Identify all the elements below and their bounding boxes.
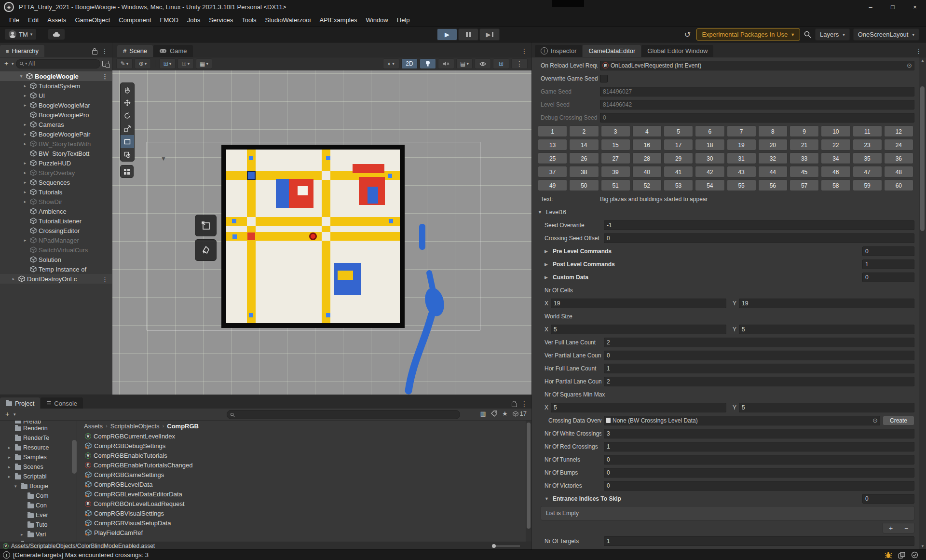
level-button-58[interactable]: 58 xyxy=(821,179,850,191)
level-button-17[interactable]: 17 xyxy=(664,139,693,150)
folder-boogie[interactable]: ▾Boogie xyxy=(0,481,77,491)
level-button-29[interactable]: 29 xyxy=(664,152,693,164)
scroll-down-arrow[interactable]: ▼ xyxy=(919,544,926,548)
level-button-32[interactable]: 32 xyxy=(758,152,788,164)
selection-handle[interactable] xyxy=(326,313,330,317)
count-field-custom-data[interactable]: 0 xyxy=(862,273,914,282)
hierarchy-item-puzzlehud[interactable]: ▸PuzzleHUD xyxy=(0,158,112,168)
selection-handle[interactable] xyxy=(389,219,393,223)
foldout-arrow-icon[interactable]: ▸ xyxy=(22,190,28,194)
asset-label-icon[interactable] xyxy=(491,410,497,417)
folder-renderin[interactable]: Renderin xyxy=(0,423,77,433)
level-button-56[interactable]: 56 xyxy=(758,179,788,191)
count-field-post-level-commands[interactable]: 1 xyxy=(862,260,914,269)
level-button-9[interactable]: 9 xyxy=(790,125,819,137)
kebab-menu-icon[interactable]: ⋮ xyxy=(101,47,108,55)
field-seed-overwrite[interactable]: -1 xyxy=(604,220,914,230)
foldout-arrow-icon[interactable]: ▸ xyxy=(22,103,28,108)
foldout-arrow-icon[interactable]: ▼ xyxy=(538,210,544,215)
level-button-47[interactable]: 47 xyxy=(853,166,882,178)
level-button-12[interactable]: 12 xyxy=(884,125,913,137)
menu-jobs[interactable]: Jobs xyxy=(183,16,204,24)
move-tool-button[interactable] xyxy=(121,96,134,109)
hierarchy-item-switchvirtualcurs[interactable]: SwitchVirtualCurs xyxy=(0,245,112,255)
level-button-16[interactable]: 16 xyxy=(632,139,662,150)
play-button[interactable]: ▶ xyxy=(437,28,457,41)
foldout-arrow-icon[interactable]: ▸ xyxy=(21,532,26,537)
mode-2d-button[interactable]: 2D xyxy=(401,58,418,69)
scene-picker-icon[interactable] xyxy=(102,61,109,67)
files-scrollbar[interactable] xyxy=(526,421,531,542)
level-button-26[interactable]: 26 xyxy=(569,152,599,164)
bug-icon[interactable] xyxy=(885,552,892,559)
level-button-10[interactable]: 10 xyxy=(821,125,850,137)
menu-gameobject[interactable]: GameObject xyxy=(70,16,114,24)
level-button-60[interactable]: 60 xyxy=(884,179,913,191)
level-button-2[interactable]: 2 xyxy=(569,125,599,137)
object-field-on-reload-level-reque[interactable]: EOnLoadLevelRequested (Int Event)⊙ xyxy=(600,61,914,70)
create-button[interactable]: Create xyxy=(883,416,914,425)
menu-studiowaterzooi[interactable]: StudioWaterzooi xyxy=(261,16,315,24)
level-button-13[interactable]: 13 xyxy=(538,139,567,150)
search-icon[interactable] xyxy=(803,30,812,39)
hierarchy-search-input[interactable]: ▾ All xyxy=(16,59,100,68)
foldout-arrow-icon[interactable]: ▼ xyxy=(545,496,550,501)
level-button-39[interactable]: 39 xyxy=(601,166,630,178)
foldout-arrow-icon[interactable]: ▸ xyxy=(22,93,28,98)
scrollbar-thumb[interactable] xyxy=(920,86,925,231)
lighting-toggle-button[interactable] xyxy=(420,58,436,69)
rect-tool-button[interactable] xyxy=(121,135,134,148)
field-nr-of-bumps[interactable]: 0 xyxy=(604,468,914,478)
checkbox-overwrite-game-seed-edi[interactable] xyxy=(600,75,608,82)
foldout-arrow-icon[interactable]: ▶ xyxy=(545,249,550,254)
level-button-28[interactable]: 28 xyxy=(632,152,662,164)
hierarchy-item-boogiewoogiemar[interactable]: ▸BoogieWoogieMar xyxy=(0,100,112,110)
level-button-48[interactable]: 48 xyxy=(884,166,913,178)
field-nr-of-targets[interactable]: 1 xyxy=(604,536,914,546)
foldout-arrow-icon[interactable]: ▸ xyxy=(8,445,13,450)
level-button-35[interactable]: 35 xyxy=(853,152,882,164)
asset-comprgbleveldataeditordata[interactable]: CompRGBLevelDataEditorData xyxy=(78,489,526,499)
foldout-arrow-icon[interactable]: ▸ xyxy=(8,464,13,469)
menu-services[interactable]: Services xyxy=(204,16,237,24)
level-button-50[interactable]: 50 xyxy=(569,179,599,191)
level-button-25[interactable]: 25 xyxy=(538,152,567,164)
project-search-input[interactable] xyxy=(227,410,460,419)
collab-layers-icon[interactable] xyxy=(898,552,905,559)
field-ver-full-lane-count[interactable]: 2 xyxy=(604,338,914,347)
menu-file[interactable]: File xyxy=(5,16,24,24)
foldout-arrow-icon[interactable]: ▸ xyxy=(22,170,28,175)
asset-comprgbonlevelloadrequest[interactable]: ECompRGBOnLevelLoadRequest xyxy=(78,499,526,508)
menu-help[interactable]: Help xyxy=(393,16,414,24)
foldout-arrow-icon[interactable]: ▸ xyxy=(8,474,13,479)
level-button-6[interactable]: 6 xyxy=(695,125,724,137)
asset-comprgbcurrentlevelindex[interactable]: VCompRGBCurrentLevelIndex xyxy=(78,431,526,441)
hierarchy-item-npadmanager[interactable]: ▸NPadManager xyxy=(0,235,112,245)
asset-comprgbvisualsettings[interactable]: CompRGBVisualSettings xyxy=(78,508,526,518)
level-button-43[interactable]: 43 xyxy=(727,166,756,178)
menu-tools[interactable]: Tools xyxy=(237,16,260,24)
hierarchy-item-bw-storytextbott[interactable]: BW_StoryTextBott xyxy=(0,149,112,158)
x-field[interactable]: 5 xyxy=(551,403,726,412)
chevron-down-icon[interactable]: ▾ xyxy=(14,412,16,417)
folder-renderte[interactable]: RenderTe xyxy=(0,433,77,443)
kebab-menu-icon[interactable]: ⋮ xyxy=(102,73,112,80)
field-hor-partial-lane-count[interactable]: 2 xyxy=(604,377,914,386)
level-button-38[interactable]: 38 xyxy=(569,166,599,178)
folder-tuto[interactable]: Tuto xyxy=(0,520,77,530)
inspector-scrollbar[interactable]: ▲ ▼ xyxy=(919,57,926,549)
overlay-collapse-chevron[interactable]: ▼ xyxy=(161,155,166,162)
scene-more-button[interactable]: ⋮ xyxy=(511,58,528,69)
folder-scriptabl[interactable]: ▸Scriptabl xyxy=(0,472,77,481)
maximize-button[interactable]: □ xyxy=(882,0,904,14)
foldout-arrow-icon[interactable]: ▸ xyxy=(22,161,28,165)
component-grid-button[interactable]: ⊞ xyxy=(493,58,509,69)
favorite-star-icon[interactable]: ★ xyxy=(502,410,508,417)
menu-window[interactable]: Window xyxy=(362,16,393,24)
shading-mode-button[interactable]: ◐▾ xyxy=(383,58,399,69)
field-debug-crossing-seed[interactable]: 0 xyxy=(600,113,914,123)
level-button-46[interactable]: 46 xyxy=(821,166,850,178)
rect-tool-overlay-button[interactable] xyxy=(195,215,217,236)
selection-handle[interactable] xyxy=(249,313,253,317)
grid-snap-button[interactable]: ⊞▾ xyxy=(159,58,176,69)
